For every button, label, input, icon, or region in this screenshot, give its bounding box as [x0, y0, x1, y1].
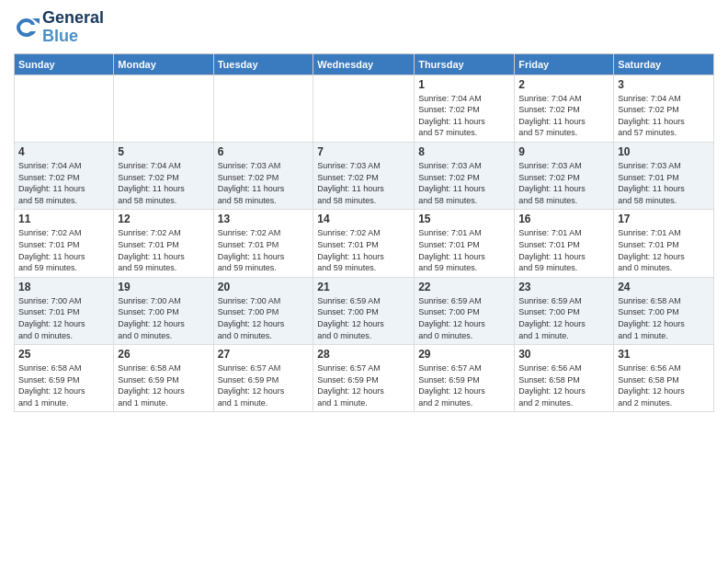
day-cell: 15Sunrise: 7:01 AM Sunset: 7:01 PM Dayli…: [415, 210, 515, 277]
day-number: 18: [18, 281, 109, 293]
week-row-1: 1Sunrise: 7:04 AM Sunset: 7:02 PM Daylig…: [15, 75, 714, 142]
day-cell: 31Sunrise: 6:56 AM Sunset: 6:58 PM Dayli…: [614, 345, 714, 412]
day-cell: [313, 75, 415, 142]
day-info: Sunrise: 6:57 AM Sunset: 6:59 PM Dayligh…: [317, 362, 410, 408]
day-info: Sunrise: 7:01 AM Sunset: 7:01 PM Dayligh…: [518, 227, 609, 273]
day-cell: [213, 75, 313, 142]
day-cell: 25Sunrise: 6:58 AM Sunset: 6:59 PM Dayli…: [15, 345, 114, 412]
day-number: 15: [418, 213, 510, 225]
week-row-3: 11Sunrise: 7:02 AM Sunset: 7:01 PM Dayli…: [15, 210, 714, 277]
day-number: 2: [518, 78, 609, 91]
day-number: 24: [618, 281, 710, 293]
day-cell: [15, 75, 114, 142]
day-number: 16: [518, 213, 609, 225]
day-number: 25: [18, 348, 109, 361]
header-cell-saturday: Saturday: [614, 53, 714, 75]
day-info: Sunrise: 7:04 AM Sunset: 7:02 PM Dayligh…: [18, 160, 109, 206]
day-number: 7: [317, 145, 410, 158]
day-info: Sunrise: 7:04 AM Sunset: 7:02 PM Dayligh…: [518, 93, 609, 139]
day-info: Sunrise: 7:00 AM Sunset: 7:00 PM Dayligh…: [218, 295, 310, 341]
day-cell: 10Sunrise: 7:03 AM Sunset: 7:01 PM Dayli…: [614, 142, 714, 209]
day-number: 1: [418, 78, 510, 91]
day-number: 8: [418, 145, 510, 158]
logo: General Blue: [14, 9, 104, 46]
calendar-table: SundayMondayTuesdayWednesdayThursdayFrid…: [14, 53, 714, 413]
day-cell: 14Sunrise: 7:02 AM Sunset: 7:01 PM Dayli…: [313, 210, 415, 277]
day-cell: 3Sunrise: 7:04 AM Sunset: 7:02 PM Daylig…: [614, 75, 714, 142]
week-row-4: 18Sunrise: 7:00 AM Sunset: 7:01 PM Dayli…: [15, 277, 714, 344]
day-number: 17: [618, 213, 710, 225]
day-number: 29: [418, 348, 510, 361]
day-cell: 18Sunrise: 7:00 AM Sunset: 7:01 PM Dayli…: [15, 277, 114, 344]
day-number: 20: [218, 281, 310, 293]
logo-icon: [14, 15, 40, 40]
calendar-container: General Blue SundayMondayTuesdayWednesda…: [0, 0, 728, 421]
day-info: Sunrise: 7:04 AM Sunset: 7:02 PM Dayligh…: [118, 160, 209, 206]
day-cell: 22Sunrise: 6:59 AM Sunset: 7:00 PM Dayli…: [415, 277, 515, 344]
day-number: 23: [518, 281, 609, 293]
day-number: 21: [317, 281, 410, 293]
day-cell: 9Sunrise: 7:03 AM Sunset: 7:02 PM Daylig…: [515, 142, 614, 209]
day-info: Sunrise: 7:02 AM Sunset: 7:01 PM Dayligh…: [18, 227, 109, 273]
day-number: 4: [18, 145, 109, 158]
day-cell: 6Sunrise: 7:03 AM Sunset: 7:02 PM Daylig…: [213, 142, 313, 209]
header-cell-monday: Monday: [114, 53, 213, 75]
day-cell: 21Sunrise: 6:59 AM Sunset: 7:00 PM Dayli…: [313, 277, 415, 344]
day-number: 27: [218, 348, 310, 361]
day-info: Sunrise: 7:04 AM Sunset: 7:02 PM Dayligh…: [618, 93, 710, 139]
day-cell: 5Sunrise: 7:04 AM Sunset: 7:02 PM Daylig…: [114, 142, 213, 209]
day-cell: 12Sunrise: 7:02 AM Sunset: 7:01 PM Dayli…: [114, 210, 213, 277]
day-info: Sunrise: 6:57 AM Sunset: 6:59 PM Dayligh…: [218, 362, 310, 408]
day-info: Sunrise: 7:04 AM Sunset: 7:02 PM Dayligh…: [418, 93, 510, 139]
header: General Blue: [14, 9, 714, 46]
day-cell: 16Sunrise: 7:01 AM Sunset: 7:01 PM Dayli…: [515, 210, 614, 277]
day-cell: 4Sunrise: 7:04 AM Sunset: 7:02 PM Daylig…: [15, 142, 114, 209]
day-info: Sunrise: 7:00 AM Sunset: 7:00 PM Dayligh…: [118, 295, 209, 341]
day-cell: 8Sunrise: 7:03 AM Sunset: 7:02 PM Daylig…: [415, 142, 515, 209]
day-info: Sunrise: 6:58 AM Sunset: 6:59 PM Dayligh…: [18, 362, 109, 408]
day-info: Sunrise: 7:02 AM Sunset: 7:01 PM Dayligh…: [317, 227, 410, 273]
day-info: Sunrise: 7:02 AM Sunset: 7:01 PM Dayligh…: [118, 227, 209, 273]
day-number: 19: [118, 281, 209, 293]
logo-text: General Blue: [42, 9, 104, 46]
day-number: 3: [618, 78, 710, 91]
day-info: Sunrise: 7:01 AM Sunset: 7:01 PM Dayligh…: [618, 227, 710, 273]
day-cell: 26Sunrise: 6:58 AM Sunset: 6:59 PM Dayli…: [114, 345, 213, 412]
day-cell: 23Sunrise: 6:59 AM Sunset: 7:00 PM Dayli…: [515, 277, 614, 344]
day-number: 30: [518, 348, 609, 361]
day-cell: 7Sunrise: 7:03 AM Sunset: 7:02 PM Daylig…: [313, 142, 415, 209]
day-info: Sunrise: 7:00 AM Sunset: 7:01 PM Dayligh…: [18, 295, 109, 341]
header-cell-wednesday: Wednesday: [313, 53, 415, 75]
day-cell: 20Sunrise: 7:00 AM Sunset: 7:00 PM Dayli…: [213, 277, 313, 344]
day-info: Sunrise: 6:56 AM Sunset: 6:58 PM Dayligh…: [518, 362, 609, 408]
header-cell-friday: Friday: [515, 53, 614, 75]
day-cell: 17Sunrise: 7:01 AM Sunset: 7:01 PM Dayli…: [614, 210, 714, 277]
day-cell: 30Sunrise: 6:56 AM Sunset: 6:58 PM Dayli…: [515, 345, 614, 412]
header-cell-tuesday: Tuesday: [213, 53, 313, 75]
day-number: 12: [118, 213, 209, 225]
day-info: Sunrise: 7:03 AM Sunset: 7:02 PM Dayligh…: [218, 160, 310, 206]
week-row-2: 4Sunrise: 7:04 AM Sunset: 7:02 PM Daylig…: [15, 142, 714, 209]
day-info: Sunrise: 7:02 AM Sunset: 7:01 PM Dayligh…: [218, 227, 310, 273]
day-number: 5: [118, 145, 209, 158]
day-cell: 1Sunrise: 7:04 AM Sunset: 7:02 PM Daylig…: [415, 75, 515, 142]
day-info: Sunrise: 7:01 AM Sunset: 7:01 PM Dayligh…: [418, 227, 510, 273]
day-number: 26: [118, 348, 209, 361]
header-row: SundayMondayTuesdayWednesdayThursdayFrid…: [15, 53, 714, 75]
day-cell: 28Sunrise: 6:57 AM Sunset: 6:59 PM Dayli…: [313, 345, 415, 412]
day-info: Sunrise: 6:56 AM Sunset: 6:58 PM Dayligh…: [618, 362, 710, 408]
week-row-5: 25Sunrise: 6:58 AM Sunset: 6:59 PM Dayli…: [15, 345, 714, 412]
day-number: 28: [317, 348, 410, 361]
day-number: 9: [518, 145, 609, 158]
day-number: 31: [618, 348, 710, 361]
day-cell: 11Sunrise: 7:02 AM Sunset: 7:01 PM Dayli…: [15, 210, 114, 277]
day-info: Sunrise: 7:03 AM Sunset: 7:02 PM Dayligh…: [518, 160, 609, 206]
day-number: 14: [317, 213, 410, 225]
day-cell: 27Sunrise: 6:57 AM Sunset: 6:59 PM Dayli…: [213, 345, 313, 412]
day-info: Sunrise: 6:59 AM Sunset: 7:00 PM Dayligh…: [518, 295, 609, 341]
day-number: 22: [418, 281, 510, 293]
day-info: Sunrise: 6:59 AM Sunset: 7:00 PM Dayligh…: [317, 295, 410, 341]
day-info: Sunrise: 6:58 AM Sunset: 6:59 PM Dayligh…: [118, 362, 209, 408]
day-number: 6: [218, 145, 310, 158]
header-cell-sunday: Sunday: [15, 53, 114, 75]
